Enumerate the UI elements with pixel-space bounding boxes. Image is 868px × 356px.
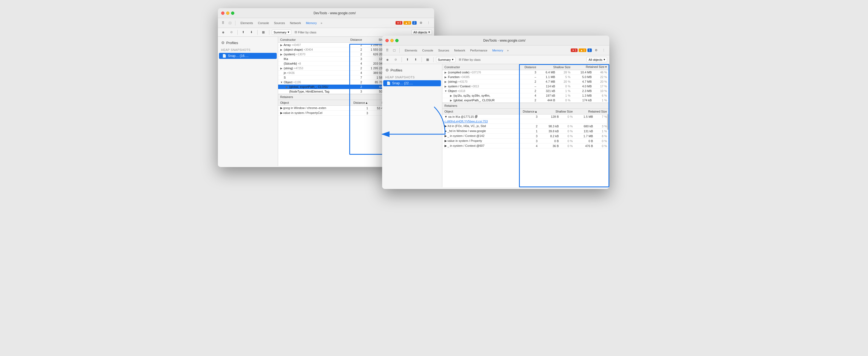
retainers-header-2: Retainers <box>442 103 609 109</box>
stop-icon-1[interactable]: ⊘ <box>228 29 235 36</box>
filter-btn-1[interactable]: ⊟ Filter by class <box>293 30 318 34</box>
inspect-icon[interactable]: □ <box>227 20 233 26</box>
close-button-2[interactable] <box>385 39 389 42</box>
tab-network-1[interactable]: Network <box>288 21 303 26</box>
grid-icon-2[interactable]: ▦ <box>424 56 431 63</box>
expand-arrow[interactable]: ▶ <box>444 76 447 79</box>
retainer-row[interactable]: ▶ Xd in {FOc, H0a, VC, jo, Sbd 2 98.3 kB… <box>442 124 609 129</box>
cell-distance: 2 <box>344 48 364 52</box>
download-icon-1[interactable]: ⬇ <box>248 29 255 36</box>
tab-memory-1[interactable]: Memory <box>304 21 319 26</box>
all-objects-dropdown-1[interactable]: All objects ▾ <box>411 30 432 35</box>
expand-arrow[interactable]: ▶ <box>450 94 453 97</box>
more-icon-1[interactable]: ⋮ <box>425 20 432 26</box>
cell-constructor: ▶ {global, exportPath_, CLOSU <box>278 85 344 89</box>
tab-memory-2[interactable]: Memory <box>490 48 505 53</box>
retainer-row[interactable]: c,dtl0hd,eHDfl,YV5bee,d,csi:753 <box>442 119 609 124</box>
maximize-button-2[interactable] <box>395 39 399 42</box>
table-row[interactable]: ▼ Object ×1618 2 321 kB 1 % 2.3 MB 10 % <box>442 89 609 93</box>
retainer-row[interactable]: ▼ oa in lKa @177115 🗐 3 128 B 0 % 1.5 MB… <box>442 115 609 119</box>
expand-arrow[interactable] <box>280 62 283 65</box>
ret-link[interactable]: c,dtl0hd,eHDfl,YV5bee,d,csi:753 <box>444 120 488 123</box>
expand-arrow[interactable] <box>280 58 283 61</box>
error-badge-2: ✕ 1 <box>571 49 578 52</box>
table-row[interactable]: ▶ (string) ×43170 2 4.7 MB 20 % 4.7 MB 2… <box>442 80 609 84</box>
ret-cell-retained-pct: 8 % <box>595 134 609 139</box>
devtools-icon[interactable]: ⠿ <box>220 20 226 26</box>
retainer-row[interactable]: ▶ _hd in Window / www.google 1 39.8 kB 0… <box>442 129 609 134</box>
upload-icon-2[interactable]: ⬆ <box>404 56 411 63</box>
devtools-icon-2[interactable]: ⠿ <box>384 48 390 53</box>
sidebar-item-text-1: Snap… (16.… <box>228 54 249 58</box>
more-tabs-1[interactable]: » <box>319 21 323 25</box>
more-icon-2[interactable]: ⋮ <box>600 47 607 54</box>
expand-arrow[interactable]: ▶ <box>444 80 447 83</box>
retainer-row[interactable]: ▶ value in system / Property 3 0 B 0 % 0… <box>442 139 609 144</box>
expand-arrow[interactable]: ▼ <box>280 81 283 84</box>
table-row[interactable]: ▶ (compiled code) ×107176 3 6.4 MB 28 % … <box>442 70 609 75</box>
tab-sources-1[interactable]: Sources <box>272 21 287 26</box>
settings-icon-1[interactable]: ⚙ <box>418 20 424 26</box>
close-button[interactable] <box>221 11 224 15</box>
more-tabs-2[interactable]: » <box>506 48 510 53</box>
tab-network-2[interactable]: Network <box>452 48 467 53</box>
cell-distance: 3 <box>517 70 538 75</box>
cell-shallow-pct: 0 % <box>557 98 572 103</box>
record-icon-1[interactable]: ⏺ <box>220 29 227 36</box>
filter-btn-2[interactable]: ⊟ Filter by class <box>457 57 482 62</box>
ret-cell-shallow-pct <box>561 119 575 124</box>
sidebar-item-snapshot-1[interactable]: 📄 Snap… (16.… <box>219 53 277 59</box>
cell-retained-pct: 1 % <box>594 98 609 103</box>
retainer-row[interactable]: ▶ _ in system / Context @607 4 36 B 0 % … <box>442 144 609 148</box>
tab-console-2[interactable]: Console <box>420 48 435 53</box>
tab-console-1[interactable]: Console <box>256 21 271 26</box>
table-row[interactable]: ▶ {global, exportPath_, CLOSUR 2 444 B 0… <box>442 98 609 103</box>
expand-arrow[interactable]: ▶ <box>286 85 288 88</box>
ret-cell-shallow-pct: 0 % <box>561 144 575 148</box>
upload-icon-1[interactable]: ⬆ <box>240 29 247 36</box>
summary-dropdown-1[interactable]: Summary ▾ <box>272 30 291 35</box>
cell-distance: 3 <box>344 89 364 94</box>
expand-arrow[interactable] <box>280 71 283 75</box>
cell-constructor: ▶ {sy1fu, sy2ly, sy39n, sy4fm, <box>442 93 517 98</box>
cell-shallow-pct: 1 % <box>557 93 572 98</box>
expand-arrow[interactable]: ▼ <box>444 90 447 93</box>
table-row[interactable]: ▶ {sy1fu, sy2ly, sy39n, sy4fm, 4 197 kB … <box>442 93 609 98</box>
grid-icon-1[interactable]: ▦ <box>260 29 267 36</box>
retainer-row[interactable]: ▶ _ in system / Context @142 3 8.2 kB 0 … <box>442 134 609 139</box>
sidebar-item-snapshot-2[interactable]: 📄 Snap… (22.… <box>383 80 441 86</box>
nav-toolbar-1: ⠿ □ Elements Console Sources Network Mem… <box>218 18 434 28</box>
tab-sources-2[interactable]: Sources <box>436 48 452 53</box>
cell-constructor: ▶ {global, exportPath_, CLOSUR <box>442 98 517 103</box>
maximize-button[interactable] <box>231 11 234 15</box>
expand-arrow[interactable]: ▶ <box>444 85 447 88</box>
expand-arrow[interactable]: ▶ <box>444 71 447 74</box>
expand-arrow[interactable]: ▶ <box>280 43 283 47</box>
minimize-button[interactable] <box>226 11 229 15</box>
stop-icon-2[interactable]: ⊘ <box>393 56 399 63</box>
tab-elements-2[interactable]: Elements <box>403 48 420 53</box>
table-area-2[interactable]: Constructor Distance Shallow Size Retain… <box>442 64 609 187</box>
expand-arrow[interactable]: ▶ <box>450 99 453 102</box>
expand-arrow[interactable] <box>286 90 288 93</box>
cell-constructor: ▶ (string) ×47253 <box>278 66 344 71</box>
inspect-icon-2[interactable]: □ <box>392 48 398 53</box>
all-objects-dropdown-2[interactable]: All objects ▾ <box>587 57 607 62</box>
table-row[interactable]: ▶ system / Context ×3013 – 114 kB 0 % 4.… <box>442 84 609 89</box>
expand-arrow[interactable]: ▶ <box>280 53 283 56</box>
download-icon-2[interactable]: ⬇ <box>412 56 419 63</box>
expand-arrow[interactable]: ▶ <box>280 48 283 51</box>
minimize-button-2[interactable] <box>390 39 394 42</box>
settings-icon-2[interactable]: ⚙ <box>593 47 599 54</box>
tab-performance-2[interactable]: Performance <box>468 48 490 53</box>
sidebar-title-2: ⚙ Profiles <box>382 67 442 73</box>
warning-icon-2: ▲ <box>580 49 583 52</box>
record-icon-2[interactable]: ⏺ <box>384 56 391 63</box>
scrollbar-thumb[interactable] <box>607 113 609 130</box>
summary-dropdown-2[interactable]: Summary ▾ <box>436 57 456 62</box>
expand-arrow[interactable]: ▶ <box>280 67 283 70</box>
cell-shallow-pct: 1 % <box>557 89 572 93</box>
table-row[interactable]: ▶ Function ×34385 – 1.1 MB 5 % 5.0 MB 22… <box>442 75 609 80</box>
expand-arrow[interactable] <box>280 76 283 79</box>
tab-elements-1[interactable]: Elements <box>239 21 255 26</box>
